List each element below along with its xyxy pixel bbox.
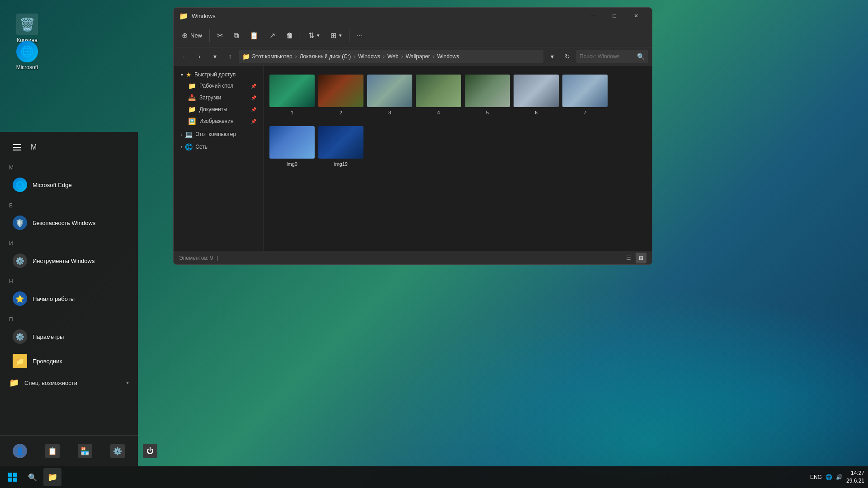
path-windows[interactable]: Windows [358, 53, 380, 60]
file-item[interactable]: 6 [514, 71, 559, 119]
new-button[interactable]: ⊕ New [177, 28, 207, 42]
path-local-disk[interactable]: Локальный диск (C:) [300, 53, 351, 60]
explorer-statusbar: Элементов: 9 | ☰ ⊞ [174, 251, 652, 264]
sidebar-item-desktop[interactable]: 📁 Рабочий стол 📌 [175, 80, 262, 92]
bottom-store[interactable]: 🏪 [69, 439, 101, 463]
view-button[interactable]: ⊞ ▾ [326, 28, 346, 42]
win-logo-tr [13, 473, 17, 477]
more-button[interactable]: ··· [352, 29, 367, 42]
path-this-pc[interactable]: Этот компьютер [252, 53, 292, 60]
share-button[interactable]: ↗ [265, 28, 280, 42]
settings-app-label: Параметры [33, 333, 64, 340]
details-view-button[interactable]: ☰ [623, 253, 634, 263]
network-header[interactable]: › 🌐 Сеть [175, 141, 262, 152]
win-logo-bl [8, 478, 12, 482]
bottom-settings[interactable]: ⚙️ [101, 439, 134, 463]
cut-button[interactable]: ✂ [212, 28, 227, 42]
pictures-folder-icon: 🖼️ [188, 117, 196, 125]
grid-view-button[interactable]: ⊞ [636, 253, 646, 263]
getstarted-label: Начало работы [33, 296, 75, 302]
window-controls: ─ □ ✕ [582, 9, 646, 23]
start-menu-item-microsoft-edge[interactable]: 🌐 Microsoft Edge [4, 173, 134, 197]
desktop-icon-recycle-bin[interactable]: 🗑️ Корзина [9, 14, 45, 43]
back-button[interactable]: ‹ [177, 50, 191, 63]
file-thumb-img0 [269, 126, 315, 159]
bottom-power[interactable]: ⏻ [134, 439, 166, 463]
sidebar-desktop-label: Рабочий стол [199, 83, 233, 89]
sidebar-downloads-label: Загрузки [199, 94, 221, 101]
downloads-pin-icon: 📌 [251, 95, 256, 100]
path-sep-4: › [401, 53, 403, 60]
up-button[interactable]: ↑ [223, 50, 237, 63]
edge-app-label: Microsoft Edge [33, 182, 72, 188]
file-thumb-6 [514, 75, 559, 107]
sidebar-documents-label: Документы [199, 106, 227, 113]
file-item[interactable]: 7 [562, 71, 608, 119]
start-menu-item-getstarted[interactable]: ⭐ Начало работы [4, 287, 134, 310]
share-icon: ↗ [269, 31, 275, 40]
sidebar-item-documents[interactable]: 📁 Документы 📌 [175, 103, 262, 115]
taskbar-explorer-icon: 📁 [47, 472, 57, 482]
sidebar-item-pictures[interactable]: 🖼️ Изображения 📌 [175, 115, 262, 127]
search-input[interactable] [580, 53, 635, 60]
quick-access-header[interactable]: ▾ ★ Быстрый доступ [175, 69, 262, 80]
start-menu-item-explorer[interactable]: 📁 Проводник [4, 349, 134, 373]
new-button-label: New [190, 32, 202, 39]
explorer-title: 📁 Windows [179, 12, 216, 20]
paste-button[interactable]: 📋 [245, 28, 263, 42]
refresh-button[interactable]: ↻ [561, 50, 574, 63]
sort-button[interactable]: ⇅ ▾ [304, 28, 324, 42]
edge-app-icon: 🌐 [13, 178, 27, 192]
item-count: Элементов: 9 [179, 255, 213, 261]
downloads-folder-icon: 📥 [188, 94, 196, 101]
path-windows-sub[interactable]: Windows [437, 53, 459, 60]
new-plus-icon: ⊕ [182, 31, 188, 40]
getstarted-icon: ⭐ [13, 291, 27, 306]
toolbar-separator-1 [209, 29, 210, 42]
file-item[interactable]: 3 [367, 71, 412, 119]
taskbar-search-button[interactable]: 🔍 [24, 468, 42, 486]
file-item[interactable]: 4 [416, 71, 461, 119]
toolbar-separator-2 [301, 29, 301, 42]
maximize-button[interactable]: □ [604, 9, 625, 23]
notes-icon: 📋 [45, 444, 60, 458]
taskbar-time[interactable]: 14:27 29.6.21 [846, 469, 864, 485]
start-menu-item-tools[interactable]: ⚙️ Инструменты Windows [4, 249, 134, 272]
file-item[interactable]: img19 [318, 122, 363, 170]
explorer-folder-icon: 📁 [179, 12, 188, 20]
special-folder-item[interactable]: 📁 Спец. возможности ▾ [0, 373, 138, 392]
close-button[interactable]: ✕ [626, 9, 646, 23]
file-item[interactable]: 1 [269, 71, 315, 119]
history-button[interactable]: ▾ [208, 50, 222, 63]
copy-icon: ⧉ [234, 32, 239, 40]
this-pc-label: Этот компьютер [195, 131, 236, 137]
quick-access-star-icon: ★ [186, 71, 192, 78]
address-path[interactable]: 📁 Этот компьютер › Локальный диск (C:) ›… [239, 50, 543, 63]
start-menu-item-security[interactable]: 🛡️ Безопасность Windows [4, 211, 134, 235]
file-item[interactable]: img0 [269, 122, 315, 170]
file-item[interactable]: 5 [465, 71, 510, 119]
delete-button[interactable]: 🗑 [282, 29, 298, 42]
file-item[interactable]: 2 [318, 71, 363, 119]
sort-icon: ⇅ [308, 31, 314, 40]
hamburger-button[interactable] [9, 139, 25, 155]
copy-button[interactable]: ⧉ [229, 29, 243, 42]
taskbar-explorer-button[interactable]: 📁 [43, 468, 61, 486]
start-button[interactable] [4, 468, 22, 486]
bottom-account[interactable]: 👤 [4, 439, 36, 463]
path-dropdown-button[interactable]: ▾ [545, 50, 559, 63]
path-web[interactable]: Web [387, 53, 398, 60]
desktop-icon-edge[interactable]: 🌐 Microsoft [9, 41, 45, 70]
this-pc-header[interactable]: › 💻 Этот компьютер [175, 129, 262, 140]
bottom-notes[interactable]: 📋 [36, 439, 69, 463]
minimize-button[interactable]: ─ [582, 9, 603, 23]
this-pc-chevron: › [181, 132, 182, 137]
view-icon: ⊞ [330, 31, 336, 40]
sidebar-item-downloads[interactable]: 📥 Загрузки 📌 [175, 92, 262, 103]
taskbar-search-icon: 🔍 [28, 473, 37, 482]
forward-button[interactable]: › [193, 50, 206, 63]
win-logo-tl [8, 473, 12, 477]
security-label: Безопасность Windows [33, 220, 95, 226]
path-wallpaper[interactable]: Wallpaper [406, 53, 430, 60]
start-menu-item-settings[interactable]: ⚙️ Параметры [4, 325, 134, 348]
